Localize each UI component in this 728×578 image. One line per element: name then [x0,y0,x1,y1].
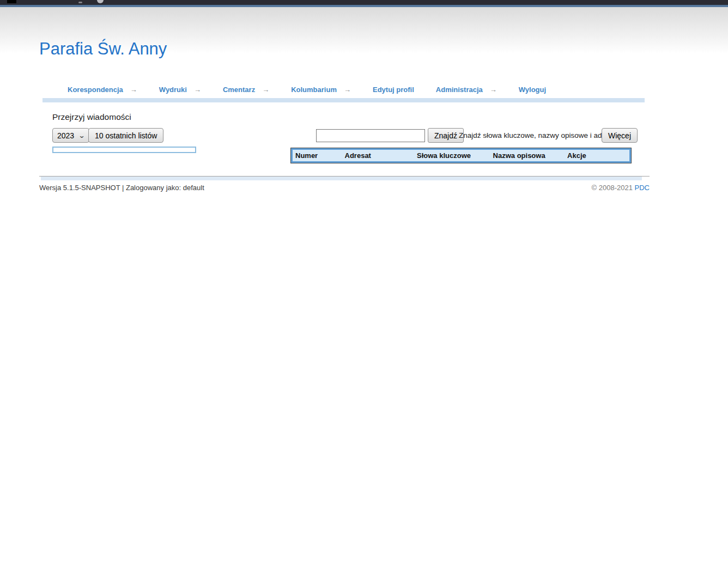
version-and-user-text: Wersja 5.1.5-SNAPSHOT | Zalogowany jako:… [39,184,204,192]
chevron-down-icon: ⌄ [78,132,86,139]
arrow-right-icon: → [262,86,269,94]
arrow-right-icon: → [194,86,201,94]
nav-item-kolumbarium[interactable]: Kolumbarium → [291,86,351,94]
messages-table: Numer Adresat Słowa kluczowe Nazwa opiso… [291,148,631,163]
page-title: Parafia Św. Anny [39,39,650,59]
page: Parafia Św. Anny Korespondencja → Wydruk… [0,0,728,578]
nav-item-cmentarz[interactable]: Cmentarz → [223,86,269,94]
nav-item-administracja[interactable]: Administracja → [436,86,497,94]
copyright-text: © 2008-2021 PDC [592,184,650,192]
year-select-value: 2023 [57,131,74,140]
progress-bar [52,147,196,153]
main-navigation: Korespondencja → Wydruki → Cmentarz → Ko… [39,84,650,102]
page-background: Parafia Św. Anny Korespondencja → Wydruk… [0,7,728,578]
year-select[interactable]: 2023 ⌄ [52,128,89,143]
column-header-nazwa-opisowa: Nazwa opisowa [490,149,565,162]
more-button[interactable]: Więcej [602,128,638,143]
column-header-adresat: Adresat [342,149,414,162]
nav-item-edytuj-profil[interactable]: Edytuj profil [373,86,414,94]
arrow-right-icon: → [490,86,497,94]
main-content: Przejrzyj wiadomości 2023 ⌄ 10 ostatnich… [39,102,650,176]
column-header-akcje: Akcje [565,149,630,162]
table-header-row: Numer Adresat Słowa kluczowe Nazwa opiso… [292,149,630,162]
nav-item-korespondencja[interactable]: Korespondencja → [68,86,137,94]
nav-underline-strip [43,98,645,102]
search-input[interactable] [316,129,425,142]
column-header-numer: Numer [292,149,342,162]
pdc-link[interactable]: PDC [635,184,650,192]
nav-item-wyloguj[interactable]: Wyloguj [519,86,546,94]
browser-icon-fragment [97,0,104,3]
browser-chrome-strip [0,0,728,5]
section-heading: Przejrzyj wiadomości [52,112,131,122]
arrow-right-icon: → [130,86,137,94]
recent-letters-button[interactable]: 10 ostatnich listów [88,128,163,143]
column-header-slowa-kluczowe: Słowa kluczowe [414,149,490,162]
footer: Wersja 5.1.5-SNAPSHOT | Zalogowany jako:… [39,176,650,192]
browser-icon-fragment [78,2,82,3]
arrow-right-icon: → [344,86,351,94]
search-hint-text: Znajdź słowa kluczowe, nazwy opisowe i a… [459,131,616,139]
nav-item-wydruki[interactable]: Wydruki → [159,86,201,94]
footer-strip [41,177,642,180]
browser-chrome-fragment [7,0,16,3]
